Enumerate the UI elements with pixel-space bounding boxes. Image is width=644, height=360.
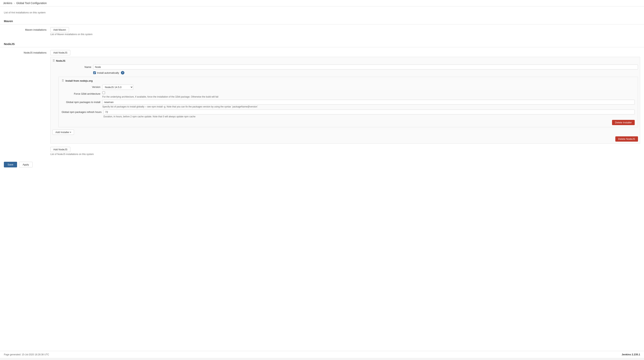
nodejs-info-text: List of NodeJS installations on this sys… bbox=[50, 153, 640, 155]
force-32bit-row: Force 32bit architecture For the underly… bbox=[62, 91, 635, 98]
force-32bit-value: For the underlying architecture, if avai… bbox=[102, 91, 635, 98]
breadcrumb-separator: › bbox=[14, 2, 15, 5]
help-icon[interactable]: ? bbox=[121, 71, 124, 75]
npm-refresh-label: Global npm packages refresh hours bbox=[62, 110, 102, 113]
nodejs-installations-label: NodeJS installations bbox=[4, 50, 46, 54]
installer-drag-handle: ⠿ bbox=[62, 79, 64, 83]
maven-section: Maven Maven installations Add Maven List… bbox=[0, 16, 644, 39]
breadcrumb-jenkins[interactable]: Jenkins bbox=[3, 2, 12, 5]
maven-section-header: Maven bbox=[0, 18, 644, 25]
installer-block: ⠿ Install from nodejs.org Version NodeJS… bbox=[58, 77, 638, 127]
bottom-actions: Save Apply bbox=[0, 159, 644, 170]
add-installer-button[interactable]: Add Installer ▾ bbox=[52, 130, 74, 135]
version-label: Version bbox=[62, 85, 100, 88]
installer-block-header: ⠿ Install from nodejs.org bbox=[62, 79, 635, 83]
name-input[interactable] bbox=[93, 65, 638, 69]
add-installer-area: Add Installer ▾ bbox=[52, 130, 638, 135]
install-automatically-checkbox[interactable] bbox=[93, 71, 96, 74]
delete-installer-button[interactable]: Delete Installer bbox=[612, 120, 635, 125]
ant-info: List of Ant installations on this system bbox=[0, 10, 644, 16]
footer-generated: Page generated: 15-Jul-2020 18:28:38 UTC bbox=[4, 353, 49, 356]
footer-generated-value: 15-Jul-2020 18:28:38 UTC bbox=[22, 353, 49, 356]
version-select[interactable]: NodeJS 14.5.0 NodeJS 14.4.0 NodeJS 12.18… bbox=[102, 85, 133, 90]
delete-installer-row: Delete Installer bbox=[62, 120, 635, 125]
nodejs-block-header: ⠿ NodeJS bbox=[52, 59, 638, 63]
npm-refresh-help: Duration, in hours, before 2 npm cache u… bbox=[104, 115, 635, 118]
page-footer: Page generated: 15-Jul-2020 18:28:38 UTC… bbox=[0, 351, 644, 358]
version-field-value: NodeJS 14.5.0 NodeJS 14.4.0 NodeJS 12.18… bbox=[102, 85, 635, 90]
nodejs-block: ⠿ NodeJS Name Install aut bbox=[50, 57, 640, 144]
breadcrumb-page-title: Global Tool Configuration bbox=[16, 2, 47, 5]
force-32bit-label: Force 32bit architecture bbox=[62, 91, 100, 95]
delete-nodejs-row: Delete NodeJS bbox=[52, 136, 638, 142]
force-32bit-help: For the underlying architecture, if avai… bbox=[102, 95, 635, 98]
npm-packages-label: Global npm packages to install bbox=[62, 100, 100, 104]
install-automatically-label[interactable]: Install automatically bbox=[93, 71, 119, 74]
dropdown-arrow-icon: ▾ bbox=[70, 131, 71, 133]
add-nodejs-button-bottom[interactable]: Add NodeJS bbox=[50, 147, 70, 152]
installer-section-title: Install from nodejs.org bbox=[66, 79, 92, 82]
maven-control-area: Add Maven List of Maven installations on… bbox=[50, 27, 640, 36]
apply-button[interactable]: Apply bbox=[19, 162, 33, 167]
npm-packages-row: Global npm packages to install Specify l… bbox=[62, 100, 635, 108]
jenkins-version: Jenkins 2.235.1 bbox=[622, 353, 640, 356]
add-nodejs-button-top[interactable]: Add NodeJS bbox=[50, 50, 70, 55]
name-label: Name bbox=[52, 65, 91, 68]
maven-info-text: List of Maven installations on this syst… bbox=[50, 33, 640, 36]
nodejs-installations-row: NodeJS installations Add NodeJS ⠿ NodeJS… bbox=[0, 49, 644, 157]
force-32bit-checkbox[interactable] bbox=[102, 91, 105, 94]
main-content: List of Ant installations on this system… bbox=[0, 7, 644, 351]
npm-refresh-row: Global npm packages refresh hours Durati… bbox=[62, 110, 635, 118]
npm-packages-help: Specify list of packages to install glob… bbox=[102, 105, 635, 108]
maven-installations-label: Maven installations bbox=[4, 27, 46, 31]
npm-packages-input[interactable] bbox=[102, 100, 635, 105]
delete-nodejs-button[interactable]: Delete NodeJS bbox=[615, 136, 638, 142]
nodejs-section-header: NodeJS bbox=[0, 41, 644, 47]
npm-refresh-value: Duration, in hours, before 2 npm cache u… bbox=[104, 110, 635, 118]
breadcrumb-bar: Jenkins › Global Tool Configuration bbox=[0, 0, 644, 7]
nodejs-block-title: NodeJS bbox=[56, 59, 65, 62]
npm-refresh-input[interactable] bbox=[104, 110, 635, 114]
version-field-row: Version NodeJS 14.5.0 NodeJS 14.4.0 Node… bbox=[62, 85, 635, 90]
save-button[interactable]: Save bbox=[4, 162, 17, 167]
nodejs-section: NodeJS NodeJS installations Add NodeJS ⠿… bbox=[0, 39, 644, 159]
name-field-row: Name bbox=[52, 65, 638, 69]
nodejs-control-area: Add NodeJS ⠿ NodeJS Name bbox=[50, 50, 640, 155]
npm-packages-value: Specify list of packages to install glob… bbox=[102, 100, 635, 108]
install-auto-row: Install automatically ? bbox=[52, 71, 638, 75]
maven-installations-row: Maven installations Add Maven List of Ma… bbox=[0, 26, 644, 37]
name-field-value bbox=[93, 65, 638, 69]
drag-handle-icon: ⠿ bbox=[52, 59, 55, 63]
add-maven-button[interactable]: Add Maven bbox=[50, 27, 69, 32]
footer-generated-label: Page generated: bbox=[4, 353, 21, 356]
